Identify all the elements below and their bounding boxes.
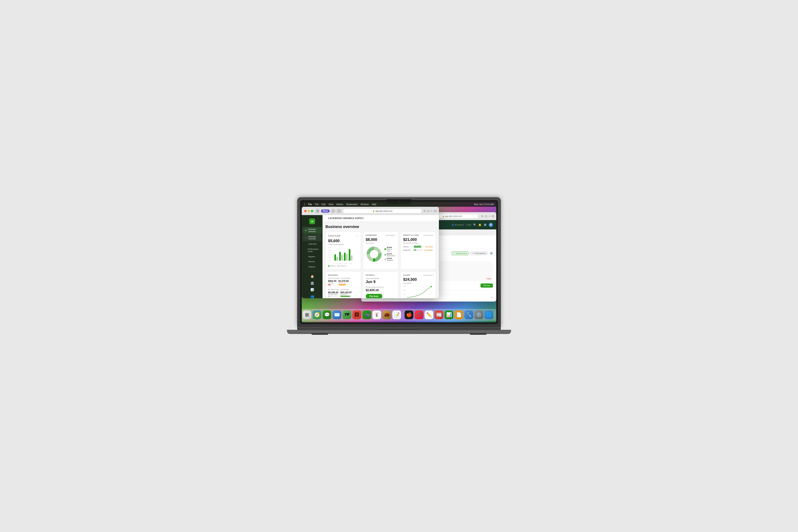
search-icon-back[interactable]: 🔍 <box>473 223 476 226</box>
sidebar-item-reports[interactable]: Reports <box>303 254 322 259</box>
forward-btn-front[interactable]: › <box>337 209 341 213</box>
exp-label-1: Rent & mort... <box>387 248 396 252</box>
sidebar-customers-icon[interactable]: 👥 <box>302 293 323 298</box>
exp-dot-3 <box>384 259 386 260</box>
url-front: app.qbo.intuit.com <box>376 210 393 212</box>
dock-music[interactable]: 🎵 <box>415 310 423 319</box>
dock-news[interactable]: 📰 <box>435 310 443 319</box>
tabs-overview-icon-back[interactable]: ⊡ <box>492 215 494 218</box>
maximize-button-front[interactable] <box>311 210 313 212</box>
help-back[interactable]: ? Help <box>466 224 471 226</box>
pl-period-selector[interactable]: Last month ▾ <box>423 234 433 236</box>
work-tag[interactable]: Work <box>321 209 329 213</box>
invoices-notdue-col: $1,375.60 Not due yet <box>339 280 349 285</box>
share-icon-back[interactable]: ⎙ <box>485 215 487 218</box>
tabs-icon-front[interactable]: ⊡ <box>434 209 436 213</box>
sidebar-bank-icon[interactable]: 🏦 <box>302 280 323 286</box>
sales-card-header: SALES Last month ▾ <box>403 274 433 276</box>
expenses-title: EXPENSES <box>366 234 377 236</box>
new-tab-icon-front[interactable]: + <box>431 209 433 213</box>
menu-help[interactable]: Help <box>372 203 376 206</box>
my-experts-back[interactable]: 👤 My experts <box>452 224 463 226</box>
dock-photos[interactable]: 🖼 <box>353 310 361 319</box>
pl-expenses-badge[interactable]: 15 to review <box>424 249 433 251</box>
sidebar-icon-section: 🏠 🏦 📊 👥 🏭 💰 ⏰ 📦 ⊞ <box>302 271 323 298</box>
dock-safari[interactable]: 🧭 <box>312 310 321 319</box>
avatar-back[interactable]: B <box>489 223 493 227</box>
pl-expenses-row: Expenses 15 to review <box>403 249 433 251</box>
sidebar-item-planner[interactable]: Planner <box>303 259 322 264</box>
menu-status-time: Mon Jun 5 9:41 AM <box>474 203 494 206</box>
dock-tv[interactable]: 🍎 <box>405 310 413 319</box>
cash-balance-btn[interactable]: ✓ Cash balance <box>470 251 488 255</box>
sidebar-item-business-overview-nav[interactable]: ⊞ Business overview <box>303 227 322 234</box>
minimize-button-front[interactable] <box>308 210 310 212</box>
invoices-card-header: INVOICES <box>328 274 358 276</box>
invoices-deposited-label: Deposited <box>340 293 352 295</box>
new-tab-icon-back[interactable]: + <box>489 215 490 218</box>
menu-view[interactable]: View <box>328 203 333 206</box>
dock-launchpad[interactable]: ⊞ <box>303 310 311 319</box>
reload-icon-front[interactable]: ↻ <box>423 209 426 213</box>
sidebar-item-cashflow[interactable]: Cash flow <box>303 242 322 246</box>
dock-freeform[interactable]: ✏️ <box>424 310 433 319</box>
pl-income-badge[interactable]: 8 to review <box>424 246 433 248</box>
bell-icon-back[interactable]: 🔔 <box>478 223 481 226</box>
dock-calendar[interactable]: JUN 5 <box>373 310 381 319</box>
settings-icon-planner[interactable]: ⚙️ <box>490 252 493 255</box>
invoices-overdue-label: Overdue <box>328 282 337 284</box>
dock-mail[interactable]: ✉️ <box>332 310 341 319</box>
reload-icon-back[interactable]: ↻ <box>481 215 483 218</box>
address-bar-front[interactable]: 🔒 app.qbo.intuit.com <box>343 209 422 213</box>
cashflow-menu-icon[interactable]: ⋯ <box>355 234 358 238</box>
money-in-out-btn[interactable]: ✓ Money in/out <box>451 251 469 255</box>
share-icon-front[interactable]: ⎙ <box>428 209 429 213</box>
row1-expand[interactable]: ▶ <box>491 296 493 299</box>
sidebar-item-performance[interactable]: Performance center <box>303 247 322 254</box>
back-btn-front[interactable]: ‹ <box>331 209 336 213</box>
menu-bookmarks[interactable]: Bookmarks <box>346 203 358 206</box>
invoices-paid-amounts: $3,206.25 Not deposited <box>328 291 358 297</box>
pl-period: Last month <box>423 234 432 236</box>
menu-history[interactable]: History <box>336 203 343 206</box>
menu-safari[interactable]: File <box>308 203 312 206</box>
dock-reminders[interactable]: 📝 <box>392 310 401 319</box>
expenses-donut-chart <box>366 246 382 263</box>
dock-pages[interactable]: 📄 <box>455 310 463 319</box>
dock-dot-safari <box>317 319 317 320</box>
dock-facetime[interactable]: 📹 <box>362 310 371 319</box>
sidebar-item-projects[interactable]: Projects <box>303 265 322 269</box>
dock-appstore[interactable]: 🔧 <box>464 310 473 319</box>
dock-numbers[interactable]: 📊 <box>444 310 453 319</box>
sidebar-chart-icon[interactable]: 📊 <box>302 286 323 293</box>
nav-label-planner: Planner <box>308 261 315 263</box>
settings-icon-back[interactable]: ⚙️ <box>483 223 487 226</box>
invoices-overdue-col: $352.55 Overdue <box>328 280 337 285</box>
sidebar-item-business-overview-sub[interactable]: ● Business overview <box>303 234 322 242</box>
expenses-period-selector[interactable]: Last month ▾ <box>386 234 396 236</box>
pay-team-button[interactable]: Pay team <box>366 294 382 298</box>
expenses-card: EXPENSES Last month ▾ $8,000 Last month <box>363 231 399 269</box>
dock-maps[interactable]: 🗺 <box>342 310 351 319</box>
payroll-upcoming-label: Upcoming payday <box>366 278 396 279</box>
pl-title: PROFIT & LOSS <box>403 234 419 236</box>
menu-window[interactable]: Window <box>361 203 369 206</box>
sales-period-selector[interactable]: Last month ▾ <box>423 274 433 276</box>
sidebar-home-icon[interactable]: 🏠 <box>302 273 323 280</box>
menu-edit[interactable]: Edit <box>322 203 325 206</box>
close-button-front[interactable] <box>304 210 306 212</box>
sidebar-toggle-front[interactable]: ⊞ <box>315 209 320 213</box>
add-item-btn[interactable]: Add item <box>480 283 493 288</box>
dock-siri[interactable]: 🌰 <box>382 310 391 319</box>
apple-logo-icon[interactable]:  <box>304 203 305 206</box>
exp-dot-1 <box>384 248 386 250</box>
qb-content: qb ⊞ Business overview ● Business overvi… <box>302 215 439 298</box>
menu-file[interactable]: File <box>315 203 319 206</box>
dock-network[interactable]: 🌐 <box>484 310 493 319</box>
exp-amount-2: $2,375 <box>387 253 395 255</box>
invoices-card: INVOICES $1,728.15 Unpaid Last 365 days <box>325 271 361 298</box>
dock-messages[interactable]: 💬 <box>323 310 331 319</box>
svg-text:$0: $0 <box>403 298 405 298</box>
macos-menubar:  File File Edit View History Bookmarks … <box>302 202 496 207</box>
dock-settings[interactable]: ⚙️ <box>474 310 483 319</box>
